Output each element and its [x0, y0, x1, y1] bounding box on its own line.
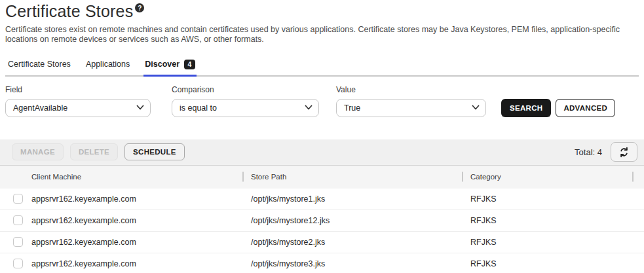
help-icon[interactable]: ?: [135, 3, 144, 12]
field-select[interactable]: AgentAvailable: [5, 99, 151, 117]
value-select-value: True: [344, 103, 360, 113]
cell-store-path: /opt/jks/mystore12.jks: [242, 216, 462, 225]
row-checkbox[interactable]: [13, 259, 23, 268]
search-form: Field AgentAvailable Comparison is equal…: [5, 85, 639, 117]
search-button[interactable]: SEARCH: [501, 99, 551, 117]
tab-label: Discover: [145, 60, 180, 69]
comparison-label: Comparison: [172, 85, 319, 94]
cell-client-machine: appsrvr162.keyexample.com: [26, 194, 242, 204]
field-group: Field AgentAvailable: [5, 85, 151, 117]
discover-count-badge: 4: [184, 60, 195, 69]
table-row[interactable]: appsrvr162.keyexample.com /opt/jks/mysto…: [0, 189, 644, 210]
cell-category: RFJKS: [462, 194, 632, 204]
cell-category: RFJKS: [462, 238, 632, 247]
column-header-store-path[interactable]: Store Path: [242, 173, 462, 181]
tab-certificate-stores[interactable]: Certificate Stores: [7, 60, 72, 75]
cell-store-path: /opt/jks/mystore1.jks: [242, 194, 462, 204]
chevron-down-icon: [136, 105, 144, 111]
tab-label: Applications: [86, 60, 130, 69]
cell-client-machine: appsrvr162.keyexample.com: [26, 238, 242, 247]
tab-applications[interactable]: Applications: [85, 60, 131, 75]
comparison-group: Comparison is equal to: [172, 85, 319, 117]
cell-store-path: /opt/jks/mystore3.jks: [242, 259, 462, 268]
cell-client-machine: appsrvr162.keyexample.com: [26, 259, 242, 268]
table-row[interactable]: appsrvr162.keyexample.com /opt/jks/mysto…: [0, 253, 644, 273]
grid-toolbar: MANAGE DELETE SCHEDULE Total: 4: [0, 139, 644, 166]
row-checkbox[interactable]: [13, 237, 23, 247]
chevron-down-icon: [472, 105, 480, 111]
cell-store-path: /opt/jks/mystore2.jks: [242, 238, 462, 247]
tab-discover[interactable]: Discover 4: [143, 60, 197, 77]
cell-category: RFJKS: [462, 216, 632, 225]
column-header-category[interactable]: Category: [462, 173, 632, 181]
page-description: Certificate stores exist on remote machi…: [5, 25, 622, 44]
row-checkbox[interactable]: [13, 194, 23, 204]
value-group: Value True: [336, 85, 486, 117]
field-select-value: AgentAvailable: [13, 103, 67, 113]
tab-label: Certificate Stores: [8, 60, 71, 69]
table-row[interactable]: appsrvr162.keyexample.com /opt/jks/mysto…: [0, 210, 644, 232]
table-row[interactable]: appsrvr162.keyexample.com /opt/jks/mysto…: [0, 232, 644, 253]
total-count: Total: 4: [575, 147, 602, 157]
header-end-cell: [632, 166, 644, 189]
cell-category: RFJKS: [462, 259, 632, 268]
table-header: Client Machine Store Path Category: [0, 166, 644, 189]
results-grid: MANAGE DELETE SCHEDULE Total: 4 Client M…: [0, 139, 644, 273]
tab-bar: Certificate Stores Applications Discover…: [5, 60, 639, 77]
value-label: Value: [336, 85, 486, 94]
column-header-client-machine[interactable]: Client Machine: [26, 173, 242, 181]
page-title: Certificate Stores: [5, 2, 133, 21]
cell-client-machine: appsrvr162.keyexample.com: [26, 216, 242, 225]
refresh-icon: [618, 146, 630, 158]
certificate-stores-page: Certificate Stores ? Certificate stores …: [0, 0, 644, 273]
comparison-select[interactable]: is equal to: [172, 99, 319, 117]
delete-button[interactable]: DELETE: [70, 143, 118, 160]
row-checkbox[interactable]: [13, 215, 23, 225]
value-select[interactable]: True: [336, 99, 486, 117]
page-header: Certificate Stores ? Certificate stores …: [0, 0, 644, 117]
chevron-down-icon: [305, 105, 313, 111]
refresh-button[interactable]: [611, 142, 637, 162]
title-row: Certificate Stores ?: [5, 2, 639, 21]
field-label: Field: [5, 85, 151, 94]
advanced-button[interactable]: ADVANCED: [556, 99, 615, 117]
schedule-button[interactable]: SCHEDULE: [124, 143, 185, 160]
manage-button[interactable]: MANAGE: [12, 143, 64, 160]
comparison-select-value: is equal to: [180, 103, 217, 113]
